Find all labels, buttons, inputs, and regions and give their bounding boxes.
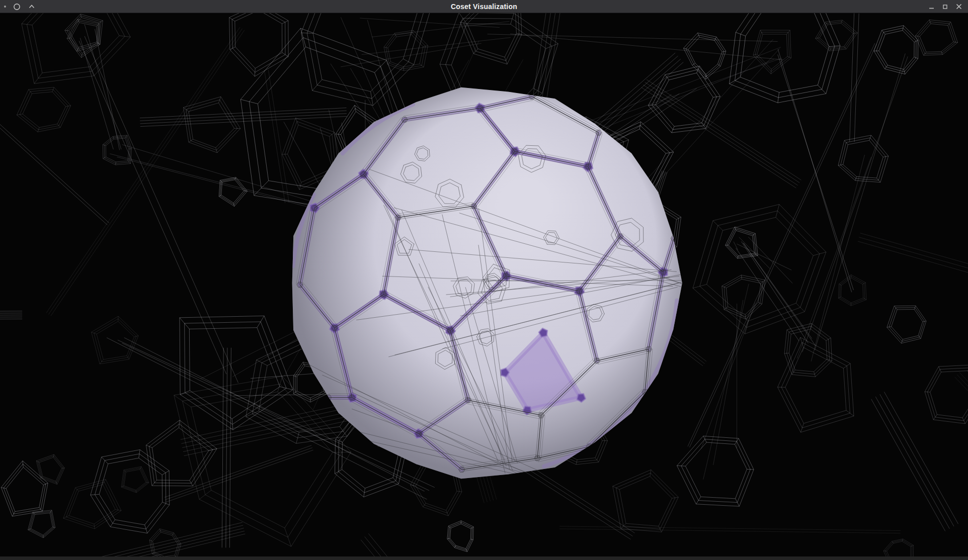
window-title: Coset Visualization [0,0,968,13]
minimize-button[interactable] [928,3,935,11]
minimize-icon [928,4,935,10]
maximize-button[interactable] [941,3,949,11]
window-bottom-border [0,556,968,560]
chevron-up-icon [28,3,35,10]
viewport-3d[interactable] [0,13,968,556]
window-controls [928,0,963,13]
app-window: Coset Visualization [0,0,968,560]
scene-canvas[interactable] [0,13,968,556]
circle-icon [13,3,21,11]
close-button[interactable] [955,3,963,11]
titlebar-left-icons [4,0,36,13]
maximize-icon [942,4,948,10]
close-icon [955,3,962,10]
circle-button[interactable] [13,3,21,11]
dot-icon [4,6,6,8]
chevron-up-button[interactable] [28,3,36,11]
titlebar[interactable]: Coset Visualization [0,0,968,13]
